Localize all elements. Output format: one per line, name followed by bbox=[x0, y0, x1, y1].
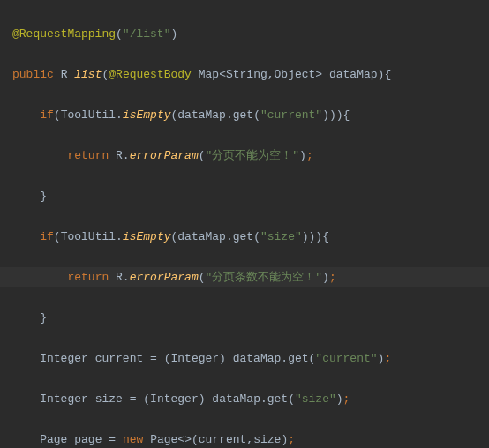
code-line: public R list(@RequestBody Map<String,Ob… bbox=[12, 64, 489, 85]
code-line: return R.errorParam("分页不能为空！"); bbox=[12, 146, 489, 166]
code-line: if(ToolUtil.isEmpty(dataMap.get("size"))… bbox=[12, 227, 489, 247]
code-editor[interactable]: @RequestMapping("/list") public R list(@… bbox=[0, 4, 489, 448]
code-line: } bbox=[12, 186, 489, 206]
code-line: Page page = new Page<>(current,size); bbox=[12, 429, 489, 448]
code-line-active: return R.errorParam("分页条数不能为空！"); bbox=[0, 267, 489, 287]
code-line: Integer current = (Integer) dataMap.get(… bbox=[12, 348, 489, 369]
code-line: } bbox=[12, 308, 489, 328]
code-line: @RequestMapping("/list") bbox=[12, 24, 489, 44]
code-line: Integer size = (Integer) dataMap.get("si… bbox=[12, 389, 489, 409]
code-line: if(ToolUtil.isEmpty(dataMap.get("current… bbox=[12, 105, 489, 125]
